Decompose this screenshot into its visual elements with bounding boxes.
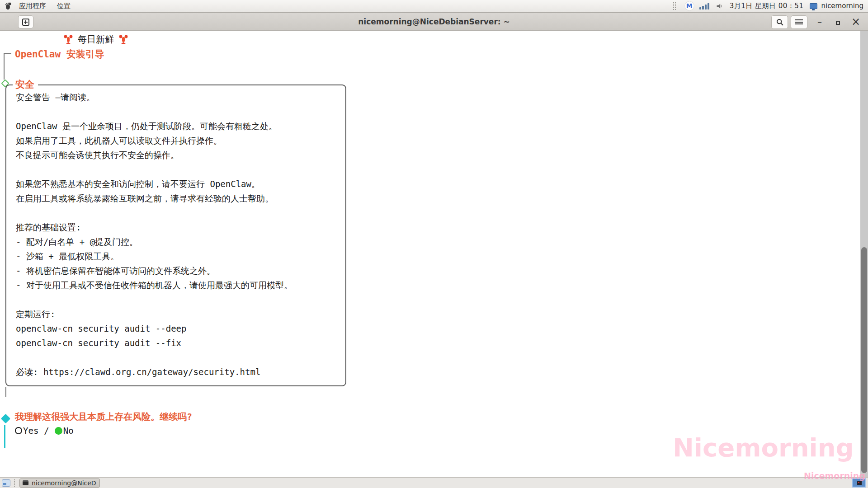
box-line: 如果您不熟悉基本的安全和访问控制，请不要运行 OpenClaw。 — [16, 177, 345, 191]
box-line: 如果启用了工具，此机器人可以读取文件并执行操作。 — [16, 133, 345, 148]
scrollbar-thumb[interactable] — [861, 247, 867, 473]
watermark-large: Nicemorning — [673, 433, 854, 462]
box-line: - 配对/白名单 + @提及门控。 — [16, 235, 345, 249]
minimize-button[interactable]: – — [814, 13, 826, 31]
terminal-icon — [23, 480, 28, 485]
watermark-small: Nicemorning — [804, 471, 865, 481]
window-title: nicemorning@NiceDebianServer: ~ — [358, 17, 510, 26]
section-title: 安全 — [13, 78, 38, 91]
box-line: 推荐的基础设置: — [16, 220, 345, 235]
menu-applications[interactable]: 应用程序 — [14, 0, 52, 12]
tray-drag-handle[interactable] — [673, 2, 676, 10]
workspace-thumbnail — [857, 481, 862, 485]
network-signal-icon[interactable] — [699, 2, 710, 9]
box-line: 定期运行: — [16, 307, 345, 321]
confirm-options: Yes / No — [15, 426, 74, 436]
box-line: 安全警告 —请阅读。 — [16, 90, 345, 104]
box-line — [16, 292, 345, 307]
box-line — [16, 162, 345, 177]
hamburger-icon — [795, 19, 803, 24]
yes-radio-icon[interactable] — [15, 427, 22, 434]
search-button[interactable] — [771, 15, 788, 29]
box-line — [16, 350, 345, 365]
tree-branch-stub — [5, 387, 6, 397]
no-radio-icon[interactable] — [55, 427, 62, 435]
security-section-box: 安全 安全警告 —请阅读。 OpenClaw 是一个业余项目，仍处于测试阶段。可… — [5, 84, 346, 386]
taskbar-separator — [14, 479, 16, 487]
gnome-logo-icon — [5, 2, 13, 10]
box-line: openclaw-cn security audit --fix — [16, 336, 345, 350]
daily-banner: 每日新鲜 — [63, 33, 128, 46]
tree-branch-line — [4, 53, 11, 80]
menu-button[interactable] — [791, 15, 807, 29]
volume-icon[interactable] — [716, 2, 723, 10]
terminal-window: nicemorning@NiceDebianServer: ~ – × — [0, 12, 868, 477]
top-panel: 应用程序 位置 M 3月1日 星期日 00：51 nicemorning — [0, 0, 868, 12]
box-line: 不良提示可能会诱使其执行不安全的操作。 — [16, 148, 345, 162]
installer-heading: OpenClaw 安装引导 — [15, 48, 104, 61]
mail-tray-icon[interactable]: M — [685, 1, 694, 10]
clock[interactable]: 3月1日 星期日 00：51 — [730, 2, 804, 10]
banner-text: 每日新鲜 — [78, 33, 114, 46]
yes-option[interactable]: Yes — [23, 426, 38, 436]
box-line: 必读: https://clawd.org.cn/gateway/securit… — [16, 365, 345, 379]
menu-places[interactable]: 位置 — [52, 0, 76, 12]
box-line: - 对于使用工具或不受信任收件箱的机器人，请使用最强大的可用模型。 — [16, 278, 345, 292]
box-line: 在启用工具或将系统暴露给互联网之前，请寻求有经验的人士帮助。 — [16, 191, 345, 206]
new-tab-icon — [22, 19, 29, 26]
task-button-label: nicemorning@NiceD⋯ — [32, 479, 97, 487]
close-button[interactable]: × — [850, 13, 862, 31]
task-button-terminal[interactable]: nicemorning@NiceD⋯ — [19, 479, 100, 488]
box-line — [16, 104, 345, 119]
confirm-question: 我理解这很强大且本质上存在风险。继续吗? — [15, 411, 192, 423]
new-tab-button[interactable] — [18, 15, 33, 28]
no-option[interactable]: No — [63, 426, 74, 436]
box-line: openclaw-cn security audit --deep — [16, 321, 345, 336]
terminal-headerbar: nicemorning@NiceDebianServer: ~ – × — [0, 12, 868, 31]
maximize-button[interactable] — [832, 13, 844, 31]
display-tray-icon[interactable] — [810, 3, 817, 9]
terminal-screen[interactable]: 每日新鲜 OpenClaw 安装引导 安全 安全警告 —请阅读。 OpenCla… — [0, 31, 868, 477]
show-desktop-icon[interactable] — [2, 479, 10, 487]
lobster-icon — [63, 34, 73, 45]
box-line: - 沙箱 + 最低权限工具。 — [16, 249, 345, 263]
desktop: 应用程序 位置 M 3月1日 星期日 00：51 nicemorning nic… — [0, 0, 868, 488]
maximize-icon — [836, 21, 840, 25]
box-line: OpenClaw 是一个业余项目，仍处于测试阶段。可能会有粗糙之处。 — [16, 119, 345, 133]
taskbar: nicemorning@NiceD⋯ — [0, 477, 868, 488]
option-separator: / — [44, 426, 49, 436]
username-menu[interactable]: nicemorning — [821, 2, 863, 10]
box-line: - 将机密信息保留在智能体可访问的文件系统之外。 — [16, 263, 345, 278]
lobster-icon — [118, 34, 128, 45]
search-icon — [776, 18, 784, 26]
prompt-diamond-icon — [1, 414, 10, 423]
box-line — [16, 206, 345, 220]
prompt-gutter-line — [4, 425, 5, 448]
